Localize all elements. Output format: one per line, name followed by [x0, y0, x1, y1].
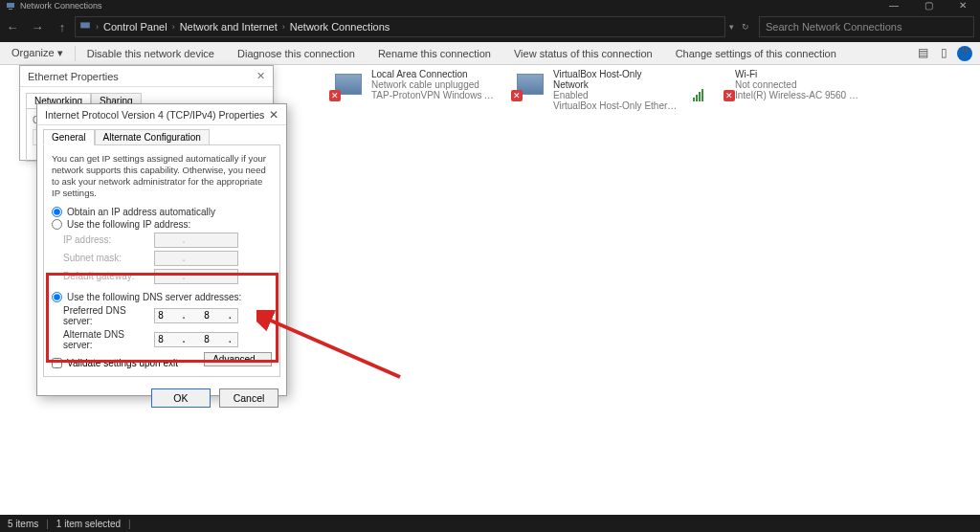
command-bar: Organize ▾ Disable this network device D… [0, 42, 980, 65]
adapter-vbox[interactable]: ✕ VirtualBox Host-Only Network Enabled V… [517, 69, 679, 111]
validate-settings-label: Validate settings upon exit [67, 358, 178, 368]
preferred-dns-field[interactable] [154, 308, 238, 323]
search-placeholder: Search Network Connections [766, 21, 902, 33]
network-icon [6, 1, 15, 11]
adapter-name: Wi-Fi [735, 69, 859, 79]
view-status-button[interactable]: View status of this connection [502, 48, 664, 59]
ipv4-properties-dialog: Internet Protocol Version 4 (TCP/IPv4) P… [36, 103, 287, 396]
address-bar: ← → ↑ › Control Panel › Network and Inte… [0, 11, 980, 42]
adapter-local-area[interactable]: ✕ Local Area Connection Network cable un… [335, 69, 498, 111]
dialog-title: Ethernet Properties [28, 71, 119, 82]
ok-button[interactable]: OK [151, 388, 211, 408]
adapter-status: Enabled [553, 90, 679, 100]
dialog-description: You can get IP settings assigned automat… [52, 153, 272, 199]
view-icon[interactable]: ▤ [915, 46, 930, 61]
label-alternate-dns: Alternate DNS server: [63, 329, 154, 350]
search-input[interactable]: Search Network Connections [759, 16, 974, 37]
content-area: ✕ Local Area Connection Network cable un… [0, 65, 980, 515]
organize-menu[interactable]: Organize ▾ [0, 47, 75, 59]
maximize-button[interactable]: ▢ [911, 0, 946, 11]
disconnected-badge-icon: ✕ [329, 90, 341, 101]
svg-rect-1 [9, 9, 12, 10]
forward-button[interactable]: → [25, 20, 50, 34]
disconnected-badge-icon: ✕ [511, 90, 523, 101]
adapter-device: VirtualBox Host-Only Ethernet Ad... [553, 100, 678, 111]
radio-use-ip-manual[interactable]: Use the following IP address: [52, 219, 272, 230]
disconnected-badge-icon: ✕ [724, 90, 735, 101]
label-ip-address: IP address: [63, 234, 154, 245]
crumb-control-panel[interactable]: Control Panel [103, 21, 167, 33]
dropdown-icon[interactable]: ▾ [725, 22, 738, 32]
chevron-right-icon: › [172, 22, 175, 32]
adapter-name: Local Area Connection [371, 69, 496, 79]
svg-rect-0 [7, 3, 14, 8]
radio-use-dns-manual[interactable]: Use the following DNS server addresses: [52, 292, 272, 302]
adapter-status: Network cable unplugged [371, 79, 496, 90]
up-button[interactable]: ↑ [50, 20, 75, 34]
label-preferred-dns: Preferred DNS server: [63, 305, 154, 326]
cancel-button[interactable]: Cancel [219, 388, 278, 408]
close-icon[interactable]: ✕ [269, 108, 278, 122]
adapter-icon: ✕ [517, 69, 547, 100]
subnet-mask-field [154, 251, 238, 266]
adapter-list: ✕ Local Area Connection Network cable un… [335, 69, 972, 111]
crumb-network-internet[interactable]: Network and Internet [180, 21, 278, 33]
refresh-button[interactable]: ↻ [738, 22, 753, 32]
alternate-dns-field[interactable] [154, 332, 238, 347]
status-bar: 5 items | 1 item selected | [0, 515, 980, 532]
minimize-button[interactable]: — [877, 0, 911, 11]
wifi-icon: ✕ [699, 69, 729, 100]
breadcrumb[interactable]: › Control Panel › Network and Internet ›… [75, 16, 725, 37]
adapter-name: VirtualBox Host-Only Network [553, 69, 679, 90]
adapter-device: Intel(R) Wireless-AC 9560 160MHz [735, 90, 859, 100]
crumb-network-connections[interactable]: Network Connections [290, 21, 390, 33]
disable-device-button[interactable]: Disable this network device [76, 48, 226, 59]
adapter-icon: ✕ [335, 69, 366, 100]
radio-obtain-ip-auto[interactable]: Obtain an IP address automatically [52, 207, 272, 217]
chevron-right-icon: › [282, 22, 285, 32]
ip-address-field [154, 233, 238, 248]
diagnose-button[interactable]: Diagnose this connection [226, 48, 367, 59]
advanced-button[interactable]: Advanced... [204, 352, 272, 366]
chevron-right-icon: › [96, 22, 99, 32]
close-button[interactable]: ✕ [946, 0, 980, 11]
label-default-gateway: Default gateway: [63, 271, 154, 281]
tab-alternate-configuration[interactable]: Alternate Configuration [95, 129, 210, 145]
adapter-device: TAP-ProtonVPN Windows Adapter... [371, 90, 496, 100]
window-title: Network Connections [20, 1, 102, 11]
back-button[interactable]: ← [0, 20, 25, 34]
help-icon[interactable]: ? [957, 46, 972, 61]
window-titlebar: Network Connections — ▢ ✕ [0, 0, 980, 11]
adapter-wifi[interactable]: ✕ Wi-Fi Not connected Intel(R) Wireless-… [699, 69, 861, 111]
tab-general[interactable]: General [43, 129, 95, 145]
close-icon[interactable]: ✕ [256, 70, 265, 82]
adapter-status: Not connected [735, 79, 859, 90]
status-item-count: 5 items [8, 519, 38, 529]
dialog-title: Internet Protocol Version 4 (TCP/IPv4) P… [45, 109, 264, 121]
status-selected-count: 1 item selected [56, 519, 121, 529]
label-subnet-mask: Subnet mask: [63, 253, 154, 263]
rename-button[interactable]: Rename this connection [367, 48, 502, 59]
preview-pane-icon[interactable]: ▯ [936, 46, 951, 61]
default-gateway-field [154, 269, 238, 284]
change-settings-button[interactable]: Change settings of this connection [664, 48, 848, 59]
network-icon [79, 20, 91, 33]
validate-settings-checkbox[interactable] [52, 358, 62, 368]
svg-rect-2 [80, 22, 90, 28]
